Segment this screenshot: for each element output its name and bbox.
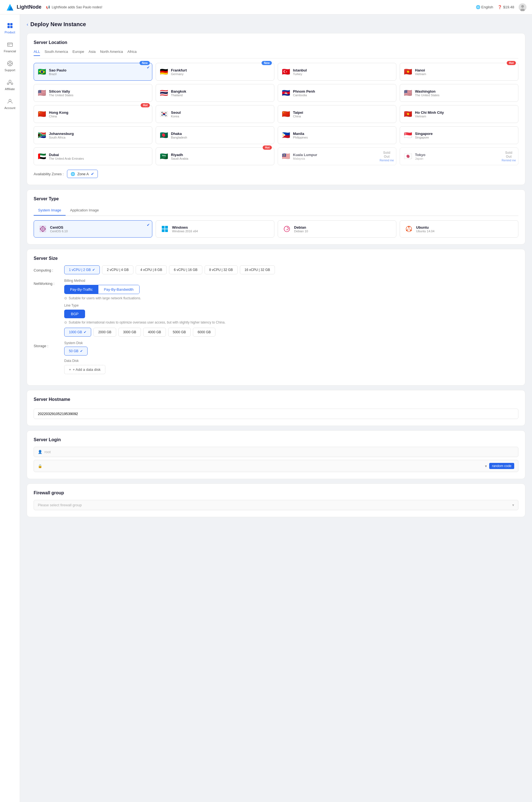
line-type-hint-text: Suitable for international routes to opt…	[69, 321, 225, 324]
svg-point-12	[9, 62, 11, 65]
billing-hint: ⊙ Suitable for users with large network …	[64, 296, 518, 300]
os-centos[interactable]: CentOS CentOS 6.10 ✔	[34, 220, 152, 238]
server-size-card: Server Size Computing : 1 vCPU | 2 GB ✔ …	[27, 249, 525, 386]
location-bangkok[interactable]: 🇹🇭 Bangkok Thailand	[156, 84, 274, 102]
balance-value: $19.48	[503, 5, 514, 9]
tab-north-america[interactable]: North America	[100, 50, 123, 56]
debian-icon	[282, 224, 291, 233]
flag-singapore: 🇸🇬	[404, 131, 412, 139]
announcement: 📢 LightNode adds Sao Paulo nodes!	[46, 5, 102, 9]
random-code-button[interactable]: random code	[489, 463, 514, 469]
location-hong-kong[interactable]: 🇨🇳 Hong Kong China Hot	[34, 105, 152, 123]
svg-rect-6	[10, 23, 13, 25]
location-sao-paulo[interactable]: 🇧🇷 Sao Paulo Brazil New ✔	[34, 63, 152, 81]
chevron-down-icon[interactable]: ▾	[485, 464, 487, 468]
location-info-frankfurt: Frankfurt Germany	[171, 68, 270, 76]
server-type-tabs: System Image Application Image	[34, 206, 518, 216]
server-type-card: Server Type System Image Application Ima…	[27, 189, 525, 244]
bgp-button[interactable]: BGP	[64, 310, 85, 318]
svg-line-21	[10, 83, 11, 83]
bandwidth-2000gb[interactable]: 2000 GB	[93, 328, 116, 336]
location-seoul[interactable]: 🇰🇷 Seoul Korea	[156, 105, 274, 123]
location-info-tokyo: Tokyo Japan	[415, 153, 514, 160]
location-info-singapore: Singapore Singapore	[415, 132, 514, 139]
flag-silicon-valley: 🇺🇸	[38, 89, 46, 97]
location-frankfurt[interactable]: 🇩🇪 Frankfurt Germany New	[156, 63, 274, 81]
remind-kuala-lumpur[interactable]: Remind me	[380, 159, 394, 162]
os-ubuntu[interactable]: Ubuntu Ubuntu 14.04	[400, 220, 518, 238]
location-riyadh[interactable]: 🇸🇦 Riyadh Saudi Arabia Hot	[156, 147, 274, 165]
flag-frankfurt: 🇩🇪	[160, 68, 168, 76]
os-windows[interactable]: Windows Windows 2016 x64	[156, 220, 274, 238]
location-ho-chi-minh[interactable]: 🇻🇳 Ho Chi Minh City Vietnam	[400, 105, 518, 123]
flag-istanbul: 🇹🇷	[282, 68, 290, 76]
flag-tokyo: 🇯🇵	[404, 152, 412, 160]
svg-rect-29	[165, 229, 168, 232]
bandwidth-5000gb[interactable]: 5000 GB	[168, 328, 191, 336]
location-info-phnom-penh: Phnom Penh Cambodia	[293, 89, 392, 97]
billing-pay-by-traffic[interactable]: Pay-By-Traffic	[64, 285, 98, 294]
location-manila[interactable]: 🇵🇭 Manila Philippines	[278, 126, 396, 144]
location-dhaka[interactable]: 🇧🇩 Dhaka Bangladesh	[156, 126, 274, 144]
tab-south-america[interactable]: South America	[44, 50, 68, 56]
tab-europe[interactable]: Europe	[73, 50, 84, 56]
balance-button[interactable]: ❓ $19.48	[497, 5, 514, 9]
bandwidth-6000gb[interactable]: 6000 GB	[193, 328, 215, 336]
hostname-input[interactable]	[34, 409, 518, 419]
os-debian[interactable]: Debian Debian 10	[278, 220, 396, 238]
sidebar-item-account[interactable]: Account	[1, 95, 19, 112]
location-taipei[interactable]: 🇨🇳 Taipei China	[278, 105, 396, 123]
compute-1vcpu-2gb[interactable]: 1 vCPU | 2 GB ✔	[64, 266, 100, 274]
networking-label: NetWorking :	[34, 279, 64, 286]
sidebar-item-support[interactable]: Support	[1, 57, 19, 75]
tab-africa[interactable]: Africa	[127, 50, 136, 56]
location-silicon-valley[interactable]: 🇺🇸 Silicon Vally The United States	[34, 84, 152, 102]
main-content: ‹ Deploy New Instance Server Location AL…	[20, 15, 532, 802]
bandwidth-3000gb[interactable]: 3000 GB	[118, 328, 141, 336]
lock-icon: 🔒	[38, 464, 42, 468]
sidebar: Product Financial	[0, 15, 20, 802]
tab-asia[interactable]: Asia	[89, 50, 96, 56]
compute-4vcpu-8gb[interactable]: 4 vCPU | 8 GB	[136, 266, 167, 274]
location-hanoi[interactable]: 🇻🇳 Hanoi Vietnam Hot	[400, 63, 518, 81]
compute-16vcpu-32gb[interactable]: 16 vCPU | 32 GB	[240, 266, 275, 274]
password-input[interactable]	[44, 464, 485, 468]
add-data-disk-button[interactable]: + + Add a data disk	[64, 365, 105, 374]
location-istanbul[interactable]: 🇹🇷 Istanbul Turkey	[278, 63, 396, 81]
language-button[interactable]: 🌐 English	[476, 5, 493, 9]
user-avatar[interactable]	[519, 3, 527, 11]
system-disk-50gb[interactable]: 50 GB ✔	[64, 347, 88, 356]
svg-point-22	[9, 99, 11, 102]
remind-tokyo[interactable]: Remind me	[502, 159, 516, 162]
firewall-chevron-icon: ▾	[512, 503, 514, 507]
location-dubai[interactable]: 🇦🇪 Dubai The United Arab Emirates	[34, 147, 152, 165]
back-button[interactable]: ‹	[27, 22, 28, 27]
availability-zone-select[interactable]: 🌐 Zone A ✔	[67, 170, 98, 178]
sidebar-item-affiliate[interactable]: Affiliate	[1, 76, 19, 93]
compute-2vcpu-4gb[interactable]: 2 vCPU | 4 GB	[102, 266, 133, 274]
tab-system-image[interactable]: System Image	[34, 206, 65, 216]
location-info-dhaka: Dhaka Bangladesh	[171, 132, 270, 139]
billing-pay-by-bandwidth[interactable]: Pay-By-Bandwidth	[98, 285, 139, 294]
tab-application-image[interactable]: Application Image	[65, 206, 103, 216]
bandwidth-4000gb[interactable]: 4000 GB	[143, 328, 166, 336]
location-washington[interactable]: 🇺🇸 Washington The United States	[400, 84, 518, 102]
sidebar-item-product[interactable]: Product	[1, 19, 19, 37]
centos-icon	[38, 224, 47, 233]
location-tokyo[interactable]: 🇯🇵 Tokyo Japan SoldOut Remind me	[400, 147, 518, 165]
location-phnom-penh[interactable]: 🇰🇭 Phnom Penh Cambodia	[278, 84, 396, 102]
flag-ho-chi-minh: 🇻🇳	[404, 110, 412, 118]
compute-6vcpu-16gb[interactable]: 6 vCPU | 16 GB	[169, 266, 202, 274]
add-disk-text: + Add a data disk	[73, 367, 101, 372]
firewall-select[interactable]: Please select firewall group ▾	[34, 500, 518, 510]
location-singapore[interactable]: 🇸🇬 Singapore Singapore	[400, 126, 518, 144]
compute-8vcpu-32gb[interactable]: 8 vCPU | 32 GB	[205, 266, 238, 274]
sidebar-item-financial[interactable]: Financial	[1, 38, 19, 56]
tab-all[interactable]: ALL	[34, 50, 40, 56]
line-type-hint: ⊙ Suitable for international routes to o…	[64, 321, 518, 324]
bandwidth-1000gb[interactable]: 1000 GB ✔	[64, 328, 91, 336]
flag-manila: 🇵🇭	[282, 131, 290, 139]
location-johannesburg[interactable]: 🇿🇦 Johannesburg South Africa	[34, 126, 152, 144]
location-kuala-lumpur[interactable]: 🇲🇾 Kuala Lumpur Malaysia SoldOut Remind …	[278, 147, 396, 165]
user-icon	[519, 3, 527, 11]
